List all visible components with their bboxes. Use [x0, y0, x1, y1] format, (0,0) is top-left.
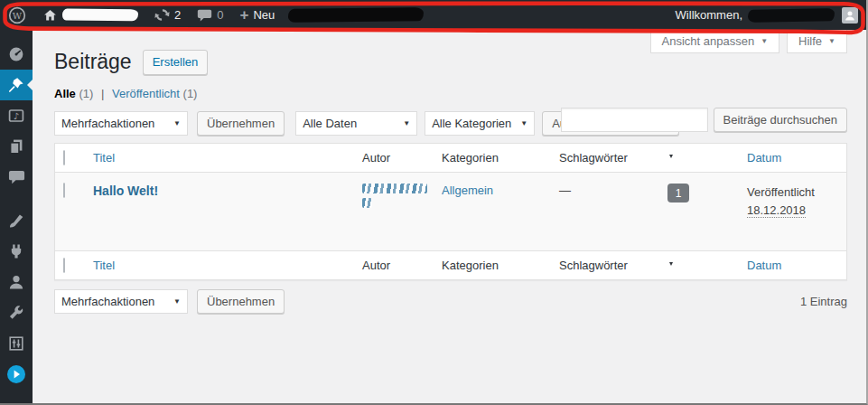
- tags-value: —: [552, 184, 660, 197]
- page-title: Beiträge: [54, 49, 132, 75]
- sidebar-item-settings[interactable]: [0, 328, 33, 359]
- column-tags: Schlagwörter: [552, 151, 660, 165]
- sidebar-item-plugins[interactable]: [0, 236, 33, 267]
- apply-button-bottom[interactable]: Übernehmen: [197, 289, 285, 314]
- posts-table: Titel Autor Kategorien Schlagwörter Datu…: [54, 143, 847, 280]
- table-row: Hallo Welt! Allgemein — 1 Veröffentlicht…: [55, 173, 846, 250]
- column-title-sort-bottom[interactable]: Titel: [93, 259, 115, 272]
- blue-play-circle-icon: [6, 364, 26, 384]
- updates-menu[interactable]: 2: [146, 0, 189, 30]
- sidebar-item-collapse[interactable]: [0, 359, 33, 390]
- column-title-sort[interactable]: Titel: [93, 151, 115, 165]
- wordpress-logo-icon[interactable]: W: [0, 0, 34, 30]
- site-name-redaction-scribble: [62, 9, 138, 22]
- author-redacted-scribble: [355, 184, 434, 208]
- pages-icon: [7, 137, 25, 155]
- view-separator: |: [101, 87, 104, 100]
- help-tab[interactable]: Hilfe ▼: [787, 30, 847, 53]
- post-title-link[interactable]: Hallo Welt!: [93, 184, 158, 198]
- column-categories-bottom: Kategorien: [434, 259, 552, 272]
- apply-button[interactable]: Übernehmen: [197, 111, 285, 136]
- categories-filter-select[interactable]: Alle Kategorien ▼: [425, 111, 535, 136]
- select-arrow-icon: ▼: [173, 297, 181, 306]
- categories-filter-value: Alle Kategorien: [432, 117, 511, 130]
- dashboard-icon: [7, 45, 25, 63]
- bulk-actions-value-bottom: Mehrfachaktionen: [61, 295, 154, 308]
- sidebar-item-dashboard[interactable]: [0, 39, 33, 70]
- sidebar-item-tools[interactable]: [0, 297, 33, 328]
- bulk-actions-value: Mehrfachaktionen: [61, 117, 154, 130]
- wrench-icon: [7, 304, 25, 322]
- avatar: [842, 7, 858, 24]
- user-icon: [7, 273, 25, 291]
- select-arrow-icon: ▼: [403, 119, 410, 127]
- column-author-bottom: Autor: [355, 259, 434, 272]
- paintbrush-icon: [7, 212, 25, 230]
- comment-count-badge[interactable]: 1: [667, 184, 689, 202]
- column-author: Autor: [355, 151, 434, 165]
- plus-icon: +: [239, 7, 248, 23]
- my-account-menu[interactable]: [840, 0, 866, 30]
- column-tags-bottom: Schlagwörter: [552, 259, 660, 272]
- select-all-checkbox-bottom[interactable]: [63, 258, 65, 273]
- search-posts-button[interactable]: Beiträge durchsuchen: [714, 108, 847, 132]
- view-published-count: (1): [183, 87, 198, 100]
- search-input[interactable]: [561, 108, 708, 132]
- view-all-count: (1): [79, 87, 93, 100]
- column-date-sort-bottom[interactable]: Datum: [747, 259, 781, 272]
- screen-options-tab[interactable]: Ansicht anpassen ▼: [650, 30, 780, 53]
- table-header-row: Titel Autor Kategorien Schlagwörter Datu…: [55, 144, 846, 173]
- table-footer-row: Titel Autor Kategorien Schlagwörter Datu…: [55, 250, 846, 279]
- site-name-menu[interactable]: [34, 0, 146, 30]
- admin-bar: W 2: [0, 0, 866, 30]
- chevron-down-icon: ▼: [828, 37, 835, 45]
- sidebar-item-pages[interactable]: [0, 131, 33, 162]
- comments-count: 0: [217, 8, 223, 22]
- wordpress-admin-window: W 2: [0, 0, 868, 405]
- select-arrow-icon: ▼: [173, 119, 181, 127]
- bulk-actions-select[interactable]: Mehrfachaktionen ▼: [54, 111, 188, 136]
- main-content: Beiträge Erstellen Alle (1) | Veröffentl…: [33, 30, 866, 403]
- plug-icon: [7, 242, 25, 260]
- column-date-sort[interactable]: Datum: [747, 151, 781, 165]
- settings-sliders-icon: [7, 334, 25, 353]
- home-icon: [42, 8, 58, 23]
- comments-menu[interactable]: 0: [189, 0, 231, 30]
- sidebar-item-users[interactable]: [0, 267, 33, 297]
- bulk-actions-select-bottom[interactable]: Mehrfachaktionen ▼: [54, 289, 188, 314]
- updates-count: 2: [174, 8, 181, 22]
- welcome-text: Willkommen,: [676, 8, 746, 22]
- new-content-menu[interactable]: + Neu: [231, 0, 283, 30]
- view-published-link[interactable]: Veröffentlicht: [112, 87, 180, 100]
- sidebar-item-comments[interactable]: [0, 162, 33, 193]
- comments-icon: [8, 169, 25, 185]
- dates-filter-value: Alle Daten: [303, 117, 357, 130]
- svg-text:W: W: [13, 10, 23, 20]
- category-link[interactable]: Allgemein: [442, 184, 493, 197]
- view-all-link[interactable]: Alle: [54, 87, 76, 100]
- select-all-checkbox[interactable]: [63, 150, 65, 165]
- help-label: Hilfe: [798, 34, 822, 48]
- pushpin-icon: [7, 76, 25, 94]
- column-categories: Kategorien: [434, 151, 552, 165]
- post-status: Veröffentlicht: [747, 184, 839, 202]
- sidebar-item-appearance[interactable]: [0, 205, 33, 236]
- dates-filter-select[interactable]: Alle Daten ▼: [295, 111, 417, 136]
- username-redaction-scribble: [748, 8, 835, 23]
- comment-bubble-icon: [197, 8, 212, 23]
- sidebar-item-media[interactable]: ♪: [0, 100, 33, 131]
- new-label: Neu: [253, 8, 275, 22]
- date-cell: Veröffentlicht 18.12.2018: [740, 184, 846, 220]
- svg-text:♪: ♪: [14, 111, 19, 121]
- row-checkbox[interactable]: [63, 183, 65, 198]
- sidebar-item-posts[interactable]: [0, 70, 33, 100]
- view-filter-links: Alle (1) | Veröffentlicht (1): [54, 87, 847, 100]
- chevron-down-icon: ▼: [761, 37, 768, 45]
- adminbar-redaction-scribble: [288, 7, 424, 23]
- screen-options-label: Ansicht anpassen: [662, 34, 755, 48]
- add-new-post-button[interactable]: Erstellen: [143, 50, 209, 75]
- item-count-bottom: 1 Eintrag: [800, 295, 847, 308]
- sidebar-separator: [0, 193, 33, 205]
- update-icon: [154, 7, 170, 23]
- bottom-filter-bar: Mehrfachaktionen ▼ Übernehmen 1 Eintrag: [54, 289, 847, 314]
